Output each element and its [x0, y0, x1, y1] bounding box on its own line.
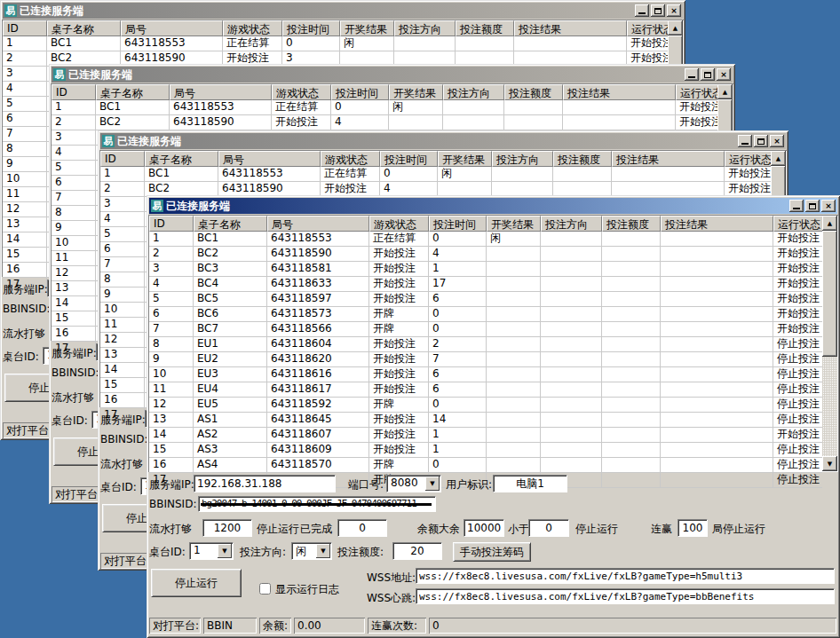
column-header[interactable]: 投注时间 — [282, 20, 340, 36]
title-bar[interactable]: 易 已连接服务端 × — [149, 198, 837, 214]
scroll-down-icon[interactable]: ▼ — [822, 456, 837, 471]
vertical-scrollbar[interactable]: ▲ ▼ — [822, 216, 837, 471]
table-row[interactable]: 1BC1643118553正在结算0闲开始投注 — [149, 232, 822, 247]
table-row[interactable]: 1BC1643118553正在结算0闲开始投注 — [100, 167, 771, 182]
table-row[interactable]: 5BC5643118597开始投注6开始投注 — [149, 292, 822, 307]
table-row[interactable]: 1BC1643118553正在结算0闲开始投注 — [52, 100, 717, 115]
column-header[interactable]: 投注额度 — [602, 216, 661, 232]
bet-direction-select[interactable]: 闲 ▼ — [291, 542, 332, 560]
chevron-down-icon[interactable]: ▼ — [218, 544, 232, 558]
column-header[interactable]: 游戏状态 — [223, 20, 282, 36]
server-ip-input[interactable] — [194, 475, 336, 492]
title-bar[interactable]: 易 已连接服务端 × — [3, 3, 683, 19]
column-header[interactable]: 投注时间 — [331, 84, 389, 100]
column-header[interactable]: 桌子名称 — [145, 151, 218, 167]
column-header[interactable]: 投注方向 — [443, 84, 504, 100]
column-header[interactable]: 运行状态 — [773, 216, 822, 232]
column-header[interactable]: 桌子名称 — [194, 216, 267, 232]
close-button[interactable]: × — [770, 135, 784, 147]
close-button[interactable]: × — [667, 4, 681, 17]
table-row[interactable]: 10EU3643118616开始投注6停止投注 — [149, 367, 822, 382]
table-row[interactable]: 3BC3643118581开始投注1开始投注 — [149, 262, 822, 277]
bet-amount-input[interactable] — [392, 542, 442, 560]
column-header[interactable]: 投注结果 — [661, 216, 773, 232]
table-row[interactable]: 8EU1643118604开始投注2停止投注 — [149, 337, 822, 352]
table-row[interactable]: 6BC6643118573开牌0开始投注 — [149, 307, 822, 322]
column-header[interactable]: 开奖结果 — [340, 20, 394, 36]
table-row[interactable]: 7BC7643118566开牌0开始投注 — [149, 322, 822, 337]
column-header[interactable]: ID — [3, 20, 47, 36]
wss-heartbeat-input[interactable] — [416, 588, 835, 604]
close-button[interactable]: × — [821, 200, 836, 212]
title-bar[interactable]: 易 已连接服务端 × — [100, 133, 786, 149]
table-row[interactable]: 13AS1643118645开始投注14停止投注 — [149, 413, 822, 428]
column-header[interactable]: 运行状态 — [627, 20, 668, 36]
column-header[interactable]: 投注结果 — [612, 151, 725, 167]
column-header[interactable]: 游戏状态 — [272, 84, 331, 100]
table-row[interactable]: 15AS3643118609开始投注1停止投注 — [149, 443, 822, 458]
table-id-select[interactable]: 1 ▼ — [189, 542, 234, 560]
column-header[interactable]: 投注额度 — [456, 20, 514, 36]
maximize-button[interactable] — [701, 68, 715, 81]
table-row[interactable]: 9EU2643118620开始投注7停止投注 — [149, 352, 822, 367]
wss-address-input[interactable] — [416, 568, 835, 584]
user-tag-input[interactable] — [493, 475, 567, 492]
column-header[interactable]: 投注时间 — [380, 151, 438, 167]
column-header[interactable]: ID — [52, 84, 96, 100]
column-header[interactable]: 运行状态 — [725, 151, 771, 167]
table-row[interactable]: 14AS2643118607开始投注1开始投注 — [149, 428, 822, 443]
table-row[interactable]: 2BC2643118590开始投注4开始投注 — [149, 247, 822, 262]
scroll-up-icon[interactable]: ▲ — [668, 20, 683, 35]
column-header[interactable]: 投注时间 — [429, 216, 487, 232]
maximize-button[interactable] — [651, 4, 665, 17]
stop-run-button[interactable]: 停止运行 — [151, 569, 242, 597]
scrollbar-thumb[interactable] — [822, 231, 837, 357]
column-header[interactable]: 局号 — [121, 20, 223, 36]
column-header[interactable]: 投注结果 — [514, 20, 627, 36]
table-row[interactable]: 11EU4643118617开始投注6停止投注 — [149, 382, 822, 398]
bbinsid-field[interactable]: bg20047-b-14001-0—00-000JF-JF-0470400697… — [198, 496, 436, 512]
title-bar[interactable]: 易 已连接服务端 × — [52, 67, 733, 83]
column-header[interactable]: 投注额度 — [504, 84, 563, 100]
column-header[interactable]: ID — [149, 216, 194, 232]
balance-min-input[interactable] — [528, 519, 569, 537]
minimize-button[interactable] — [789, 200, 804, 212]
column-header[interactable]: 游戏状态 — [321, 151, 380, 167]
minimize-button[interactable] — [738, 135, 752, 147]
balance-max-input[interactable] — [464, 519, 504, 537]
column-header[interactable]: 投注额度 — [553, 151, 612, 167]
column-header[interactable]: 游戏状态 — [369, 216, 429, 232]
column-header[interactable]: 投注结果 — [563, 84, 676, 100]
column-header[interactable]: 投注方向 — [394, 20, 456, 36]
table-row[interactable]: 16AS4643118570开牌0停止投注 — [149, 458, 822, 473]
port-select[interactable]: 8080 ▼ — [386, 475, 441, 492]
close-button[interactable]: × — [717, 68, 731, 81]
show-log-checkbox[interactable] — [259, 583, 271, 595]
column-header[interactable]: 局号 — [218, 151, 321, 167]
win-streak-input[interactable] — [678, 519, 708, 537]
table-row[interactable]: 1BC1643118553正在结算0闲开始投注 — [3, 36, 668, 51]
column-header[interactable]: 开奖结果 — [438, 151, 492, 167]
maximize-button[interactable] — [754, 135, 768, 147]
scroll-up-icon[interactable]: ▲ — [717, 84, 733, 99]
scroll-up-icon[interactable]: ▲ — [822, 216, 837, 231]
chevron-down-icon[interactable]: ▼ — [316, 544, 330, 558]
column-header[interactable]: 局号 — [267, 216, 369, 232]
scroll-up-icon[interactable]: ▲ — [771, 151, 786, 166]
minimize-button[interactable] — [635, 4, 649, 17]
maximize-button[interactable] — [805, 200, 820, 212]
column-header[interactable]: 投注方向 — [541, 216, 602, 232]
column-header[interactable]: 开奖结果 — [487, 216, 541, 232]
minimize-button[interactable] — [685, 68, 699, 81]
column-header[interactable]: 开奖结果 — [389, 84, 443, 100]
column-header[interactable]: 桌子名称 — [47, 20, 121, 36]
chevron-down-icon[interactable]: ▼ — [425, 477, 440, 491]
done-input[interactable] — [337, 519, 387, 537]
column-header[interactable]: ID — [100, 151, 145, 167]
column-header[interactable]: 投注方向 — [492, 151, 553, 167]
table-row[interactable]: 4BC4643118633开始投注17开始投注 — [149, 277, 822, 292]
table-row[interactable]: 12EU5643118592开牌0停止投注 — [149, 398, 822, 413]
turnover-input[interactable] — [202, 519, 252, 537]
column-header[interactable]: 局号 — [170, 84, 272, 100]
column-header[interactable]: 运行状态 — [676, 84, 717, 100]
